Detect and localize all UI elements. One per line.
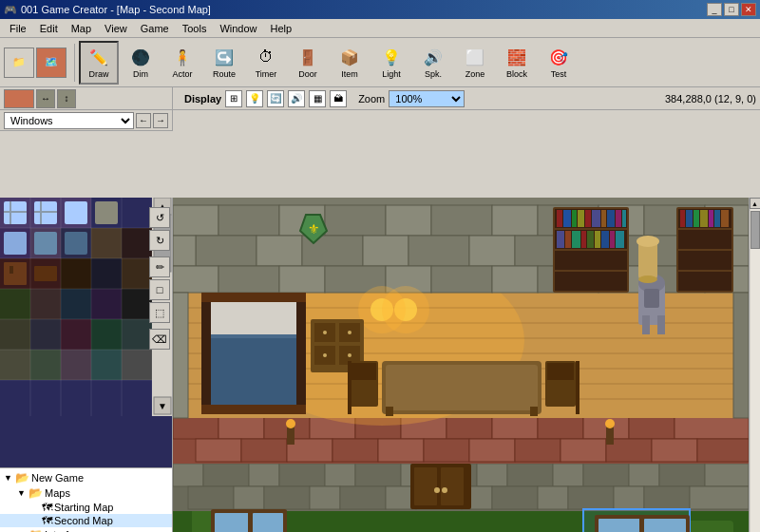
- eraser-btn[interactable]: ⌫: [149, 329, 170, 350]
- svg-rect-227: [709, 210, 713, 227]
- flip-h-btn[interactable]: ↔: [36, 89, 55, 108]
- tree-new-game[interactable]: ▼ 📂 New Game: [0, 470, 172, 485]
- titlebar: 🎮 001 Game Creator - [Map - Second Map] …: [0, 0, 760, 19]
- svg-point-275: [286, 419, 295, 428]
- svg-rect-29: [10, 266, 13, 274]
- tool-dim[interactable]: 🌑 Dim: [121, 41, 161, 85]
- svg-point-277: [605, 419, 615, 428]
- tool-draw[interactable]: ✏️ Draw: [79, 41, 119, 85]
- menu-tools[interactable]: Tools: [177, 21, 213, 36]
- svg-rect-224: [686, 210, 693, 227]
- tool-block[interactable]: 🧱 Block: [497, 41, 537, 85]
- block-icon: 🧱: [505, 46, 528, 68]
- svg-rect-28: [4, 262, 27, 285]
- rotate-right-btn[interactable]: ↻: [149, 230, 170, 251]
- project-tree[interactable]: ▼ 📂 New Game ▼ 📂 Maps 🗺 Starting Map 🗺 S…: [0, 467, 173, 532]
- tool-spk[interactable]: 🔊 Spk.: [413, 41, 453, 85]
- svg-rect-49: [122, 350, 152, 380]
- svg-point-196: [382, 286, 429, 333]
- display-terrain-icon[interactable]: 🏔: [330, 90, 347, 107]
- close-button[interactable]: ✕: [741, 3, 756, 16]
- select-btn[interactable]: ⬚: [149, 302, 170, 323]
- tool-route[interactable]: ↪️ Route: [204, 41, 244, 85]
- scroll-up-btn[interactable]: ▲: [750, 198, 761, 209]
- svg-rect-116: [469, 439, 515, 462]
- svg-rect-189: [595, 231, 600, 248]
- flip-v-btn[interactable]: ↕: [57, 89, 76, 108]
- svg-rect-249: [253, 513, 283, 532]
- tree-label-new-game: New Game: [31, 472, 84, 484]
- svg-rect-175: [563, 210, 571, 227]
- game-scene: ⚜: [173, 198, 749, 532]
- display-light-icon[interactable]: 💡: [246, 90, 263, 107]
- display-grid-icon[interactable]: ⊞: [225, 90, 242, 107]
- menu-window[interactable]: Window: [214, 21, 262, 36]
- svg-rect-246: [576, 361, 580, 414]
- svg-rect-85: [264, 486, 310, 509]
- svg-rect-99: [218, 416, 264, 439]
- svg-rect-33: [91, 258, 122, 289]
- scroll-thumb-v[interactable]: [750, 211, 760, 249]
- quick-icon-2[interactable]: 🗺️: [36, 48, 66, 78]
- minimize-button[interactable]: _: [707, 3, 722, 16]
- svg-rect-45: [0, 350, 30, 380]
- svg-rect-181: [607, 210, 615, 227]
- svg-rect-187: [581, 231, 586, 248]
- svg-rect-260: [644, 519, 686, 532]
- svg-rect-65: [686, 521, 733, 532]
- svg-rect-185: [565, 231, 571, 248]
- svg-rect-172: [555, 251, 627, 270]
- scroll-track-v[interactable]: [750, 209, 760, 532]
- panel-nav-prev[interactable]: ←: [136, 113, 151, 128]
- display-sound-icon[interactable]: 🔊: [288, 90, 305, 107]
- maximize-button[interactable]: □: [724, 3, 739, 16]
- display-sync-icon[interactable]: 🔄: [267, 90, 284, 107]
- tile-palette[interactable]: ▲ ▼: [0, 198, 173, 467]
- tile-quick-bar: ↔ ↕: [0, 87, 173, 110]
- svg-rect-70: [249, 464, 279, 486]
- svg-rect-254: [441, 467, 464, 505]
- svg-rect-94: [614, 486, 644, 509]
- separator-1: [74, 44, 75, 82]
- tool-timer[interactable]: ⏱ Timer: [246, 41, 286, 85]
- rect-btn[interactable]: □: [149, 279, 170, 300]
- tree-interfaces[interactable]: ▶ 📁 Interfaces: [0, 527, 172, 532]
- map-icon-starting: 🗺: [42, 502, 52, 513]
- tool-actor[interactable]: 🧍 Actor: [162, 41, 202, 85]
- tool-item[interactable]: 📦 Item: [330, 41, 370, 85]
- svg-rect-201: [296, 293, 306, 414]
- menu-help[interactable]: Help: [265, 21, 298, 36]
- svg-rect-79: [583, 464, 629, 486]
- quick-icon-1[interactable]: 📁: [4, 48, 34, 78]
- tool-light[interactable]: 💡 Light: [371, 41, 411, 85]
- menu-edit[interactable]: Edit: [34, 21, 64, 36]
- svg-rect-176: [572, 210, 577, 227]
- menu-map[interactable]: Map: [66, 21, 97, 36]
- zoom-select[interactable]: 100% 50% 200%: [389, 90, 465, 107]
- svg-point-231: [636, 236, 659, 247]
- tree-starting-map[interactable]: 🗺 Starting Map: [0, 501, 172, 514]
- panel-nav-next[interactable]: →: [153, 113, 168, 128]
- vertical-scrollbar[interactable]: ▲ ▼: [749, 198, 760, 532]
- tool-door[interactable]: 🚪 Door: [288, 41, 328, 85]
- panel-dropdown[interactable]: Windows: [4, 112, 134, 129]
- svg-rect-110: [196, 439, 241, 462]
- tree-second-map[interactable]: 🗺 Second Map: [0, 514, 172, 527]
- tree-maps[interactable]: ▼ 📂 Maps: [0, 485, 172, 501]
- tool-zone[interactable]: ⬜ Zone: [455, 41, 495, 85]
- display-overlay-icon[interactable]: ▦: [309, 90, 326, 107]
- pencil-btn[interactable]: ✏: [149, 256, 170, 277]
- svg-rect-222: [678, 272, 732, 291]
- active-tile[interactable]: [4, 89, 34, 108]
- svg-rect-96: [690, 486, 749, 509]
- menu-view[interactable]: View: [99, 21, 133, 36]
- svg-rect-253: [414, 467, 437, 505]
- svg-rect-229: [721, 210, 729, 227]
- menu-game[interactable]: Game: [135, 21, 175, 36]
- menu-file[interactable]: File: [4, 21, 32, 36]
- svg-point-210: [348, 331, 352, 334]
- rotate-left-btn[interactable]: ↺: [149, 207, 170, 228]
- svg-rect-106: [538, 416, 583, 439]
- tool-test[interactable]: 🎯 Test: [539, 41, 579, 85]
- map-canvas[interactable]: ⚜: [173, 198, 749, 532]
